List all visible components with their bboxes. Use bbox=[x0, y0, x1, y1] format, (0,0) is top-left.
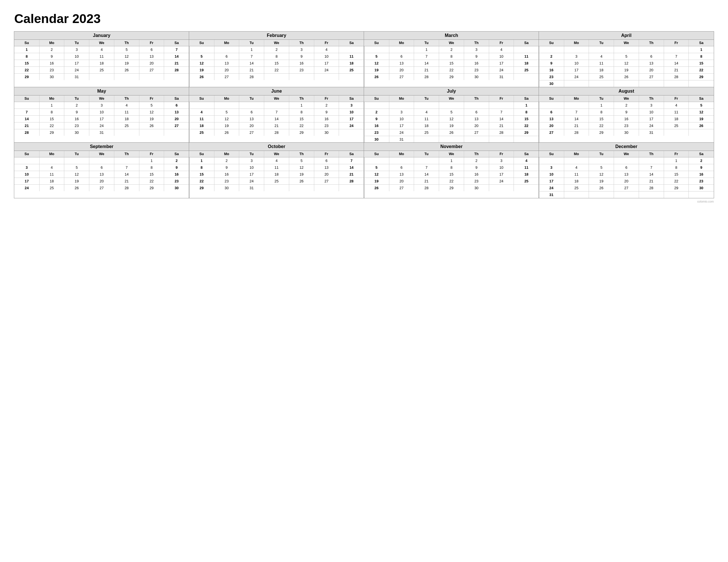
day-cell: 11 bbox=[189, 115, 214, 122]
day-cell: 14 bbox=[339, 164, 364, 171]
day-cell bbox=[689, 129, 714, 136]
day-cell: 26 bbox=[114, 67, 139, 74]
day-cell: 24 bbox=[564, 74, 589, 80]
day-cell bbox=[289, 74, 314, 80]
day-cell: 29 bbox=[189, 185, 214, 192]
day-cell: 22 bbox=[664, 178, 689, 185]
week-row: 12 bbox=[14, 157, 189, 164]
week-row: 28293031 bbox=[14, 129, 189, 136]
day-cell: 14 bbox=[14, 115, 39, 122]
week-row: 24252627282930 bbox=[14, 185, 189, 192]
day-cell: 21 bbox=[639, 178, 664, 185]
day-cell bbox=[14, 102, 39, 109]
day-cell: 29 bbox=[14, 74, 39, 80]
day-cell bbox=[314, 74, 339, 80]
day-cell bbox=[639, 80, 664, 87]
day-cell: 14 bbox=[164, 53, 189, 60]
week-row: 12131415161718 bbox=[364, 60, 539, 67]
day-cell: 1 bbox=[589, 102, 614, 109]
day-cell: 17 bbox=[489, 60, 514, 67]
day-header-tu: Tu bbox=[64, 96, 89, 102]
day-cell: 3 bbox=[14, 164, 39, 171]
day-header-su: Su bbox=[14, 96, 39, 102]
day-cell: 11 bbox=[89, 53, 114, 60]
day-cell: 13 bbox=[639, 60, 664, 67]
day-cell bbox=[164, 129, 189, 136]
day-header-fr: Fr bbox=[139, 40, 164, 46]
day-cell: 8 bbox=[14, 53, 39, 60]
day-cell: 1 bbox=[414, 46, 439, 53]
day-cell: 15 bbox=[689, 60, 714, 67]
day-cell: 20 bbox=[314, 171, 339, 178]
day-cell: 11 bbox=[39, 171, 64, 178]
month-table: SuMoTuWeThFrSa12345678910111213141516171… bbox=[189, 40, 364, 80]
day-cell bbox=[664, 129, 689, 136]
day-cell: 31 bbox=[89, 129, 114, 136]
week-row: 2728293031 bbox=[539, 129, 714, 136]
month-table: SuMoTuWeThFrSa12345678910111213141516171… bbox=[539, 96, 714, 136]
day-cell bbox=[589, 157, 614, 164]
day-cell: 18 bbox=[39, 178, 64, 185]
week-row: 19202122232425 bbox=[364, 67, 539, 74]
day-cell: 18 bbox=[189, 122, 214, 129]
day-cell bbox=[639, 46, 664, 53]
day-cell: 19 bbox=[214, 122, 239, 129]
month-september: SeptemberSuMoTuWeThFrSa12345678910111213… bbox=[14, 142, 189, 198]
day-cell: 31 bbox=[539, 192, 564, 198]
day-cell: 11 bbox=[264, 164, 289, 171]
day-cell: 19 bbox=[364, 67, 389, 74]
day-cell bbox=[689, 80, 714, 87]
day-cell bbox=[564, 46, 589, 53]
day-cell: 30 bbox=[314, 129, 339, 136]
day-cell: 2 bbox=[264, 46, 289, 53]
day-cell: 1 bbox=[514, 102, 539, 109]
day-cell: 20 bbox=[139, 60, 164, 67]
day-cell: 7 bbox=[114, 164, 139, 171]
day-cell bbox=[614, 80, 639, 87]
day-cell: 13 bbox=[214, 60, 239, 67]
day-cell: 2 bbox=[164, 157, 189, 164]
day-cell: 11 bbox=[414, 115, 439, 122]
week-row: 3031 bbox=[364, 136, 539, 143]
day-cell: 15 bbox=[264, 60, 289, 67]
day-header-we: We bbox=[264, 151, 289, 157]
day-cell bbox=[614, 192, 639, 198]
day-cell: 9 bbox=[164, 164, 189, 171]
week-row: 18192021222324 bbox=[189, 122, 364, 129]
day-cell bbox=[589, 80, 614, 87]
day-header-tu: Tu bbox=[589, 40, 614, 46]
day-header-fr: Fr bbox=[139, 151, 164, 157]
day-cell: 7 bbox=[414, 164, 439, 171]
day-cell: 9 bbox=[364, 115, 389, 122]
day-cell bbox=[364, 157, 389, 164]
day-cell: 15 bbox=[514, 115, 539, 122]
day-cell: 10 bbox=[539, 171, 564, 178]
day-cell: 25 bbox=[89, 67, 114, 74]
day-cell: 15 bbox=[14, 60, 39, 67]
week-row: 293031 bbox=[14, 74, 189, 80]
day-cell: 24 bbox=[339, 122, 364, 129]
day-cell: 12 bbox=[689, 109, 714, 115]
day-cell: 19 bbox=[114, 60, 139, 67]
day-cell: 4 bbox=[489, 46, 514, 53]
day-cell: 4 bbox=[89, 46, 114, 53]
day-cell: 18 bbox=[114, 115, 139, 122]
day-cell: 29 bbox=[139, 185, 164, 192]
day-cell: 18 bbox=[89, 60, 114, 67]
day-cell bbox=[639, 157, 664, 164]
day-cell: 12 bbox=[364, 171, 389, 178]
day-header-fr: Fr bbox=[664, 40, 689, 46]
day-cell: 3 bbox=[389, 109, 414, 115]
day-cell: 17 bbox=[314, 60, 339, 67]
month-may: MaySuMoTuWeThFrSa12345678910111213141516… bbox=[14, 87, 189, 143]
month-title: June bbox=[189, 87, 364, 96]
day-cell: 15 bbox=[189, 171, 214, 178]
day-header-su: Su bbox=[364, 151, 389, 157]
week-row: 78910111213 bbox=[14, 109, 189, 115]
day-cell: 30 bbox=[364, 136, 389, 143]
day-cell: 10 bbox=[489, 53, 514, 60]
day-cell: 11 bbox=[664, 109, 689, 115]
day-cell: 6 bbox=[539, 109, 564, 115]
month-october: OctoberSuMoTuWeThFrSa1234567891011121314… bbox=[189, 142, 364, 198]
day-header-sa: Sa bbox=[339, 151, 364, 157]
